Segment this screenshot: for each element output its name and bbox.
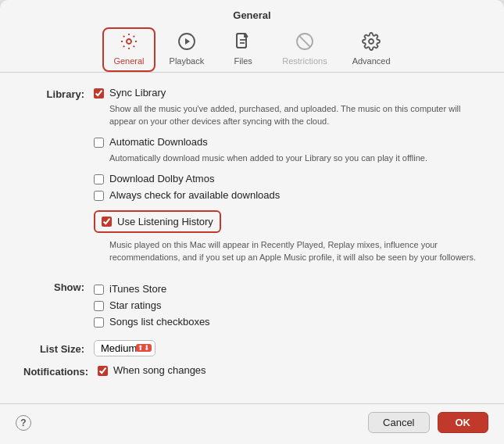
always-check-checkbox[interactable] (94, 191, 104, 201)
files-icon (234, 32, 252, 54)
main-content: Library: Sync Library Show all the music… (0, 73, 504, 403)
footer-left: ? (16, 415, 31, 431)
list-size-select-wrapper: Small Medium Large (94, 340, 155, 356)
library-section: Library: Sync Library Show all the music… (23, 87, 481, 272)
songs-checkboxes-row: Songs list checkboxes (94, 316, 481, 328)
playback-icon (177, 32, 196, 54)
dolby-checkbox[interactable] (94, 174, 104, 184)
listening-history-checkbox[interactable] (102, 217, 112, 227)
sync-library-label: Sync Library (109, 87, 166, 98)
tab-files-label: Files (234, 56, 252, 66)
sync-library-desc: Show all the music you've added, purchas… (109, 103, 481, 128)
toolbar: General Playback (0, 21, 504, 73)
star-ratings-label: Star ratings (109, 299, 161, 311)
when-song-changes-checkbox[interactable] (98, 366, 108, 376)
always-check-row: Always check for available downloads (94, 189, 481, 201)
tab-advanced[interactable]: Advanced (341, 27, 402, 72)
listening-history-label: Use Listening History (117, 216, 213, 227)
tab-restrictions-label: Restrictions (282, 56, 327, 66)
svg-point-9 (369, 39, 374, 44)
tab-advanced-label: Advanced (352, 56, 391, 66)
footer-right: Cancel OK (368, 412, 488, 433)
auto-downloads-label: Automatic Downloads (109, 136, 208, 148)
itunes-store-row: iTunes Store (94, 283, 481, 295)
show-content: iTunes Store Star ratings Songs list che… (94, 283, 481, 332)
tab-restrictions[interactable]: Restrictions (271, 27, 338, 72)
title-bar: General (0, 0, 504, 21)
tab-playback[interactable]: Playback (159, 27, 216, 72)
always-check-label: Always check for available downloads (109, 189, 280, 201)
library-content: Sync Library Show all the music you've a… (94, 87, 481, 272)
cancel-button[interactable]: Cancel (368, 412, 429, 433)
auto-downloads-checkbox[interactable] (94, 138, 104, 148)
listening-history-box: Use Listening History (94, 210, 221, 233)
auto-downloads-desc: Automatically download music when added … (109, 152, 481, 165)
tab-general-label: General (113, 56, 144, 66)
notifications-label: Notifications: (23, 364, 98, 378)
svg-line-8 (299, 36, 310, 47)
list-size-select[interactable]: Small Medium Large (94, 340, 155, 356)
star-ratings-checkbox[interactable] (94, 301, 104, 311)
list-size-label: List Size: (23, 342, 94, 355)
footer: ? Cancel OK (0, 403, 504, 444)
help-label: ? (20, 417, 26, 428)
auto-downloads-row: Automatic Downloads (94, 136, 481, 148)
sync-library-checkbox[interactable] (94, 88, 104, 98)
general-icon (120, 32, 138, 54)
dolby-label: Download Dolby Atmos (109, 173, 214, 184)
listening-history-desc: Music played on this Mac will appear in … (109, 239, 481, 264)
advanced-icon (362, 32, 381, 54)
show-section: Show: iTunes Store Star ratings Songs li… (23, 280, 481, 332)
songs-checkboxes-checkbox[interactable] (94, 317, 104, 328)
ok-button[interactable]: OK (438, 412, 489, 433)
listening-history-wrapper: Use Listening History (94, 210, 481, 236)
svg-point-0 (127, 39, 131, 44)
preferences-window: General General Playback (0, 0, 504, 444)
songs-checkboxes-label: Songs list checkboxes (109, 316, 210, 328)
show-label: Show: (23, 280, 94, 293)
list-size-section: List Size: Small Medium Large (23, 340, 481, 356)
itunes-store-checkbox[interactable] (94, 285, 104, 295)
help-button[interactable]: ? (16, 415, 31, 431)
when-song-changes-row: When song changes (98, 364, 481, 376)
when-song-changes-label: When song changes (113, 364, 206, 376)
tab-playback-label: Playback (170, 56, 205, 66)
star-ratings-row: Star ratings (94, 299, 481, 311)
library-label: Library: (23, 87, 94, 100)
restrictions-icon (295, 32, 314, 54)
sync-library-row: Sync Library (94, 87, 481, 98)
list-size-content: Small Medium Large (94, 340, 481, 356)
notifications-content: When song changes (98, 364, 481, 381)
tab-general[interactable]: General (102, 27, 155, 72)
dolby-row: Download Dolby Atmos (94, 173, 481, 184)
window-title: General (233, 9, 270, 21)
svg-marker-2 (185, 38, 190, 45)
notifications-section: Notifications: When song changes (23, 364, 481, 381)
tab-files[interactable]: Files (218, 27, 268, 72)
itunes-store-label: iTunes Store (109, 283, 166, 295)
